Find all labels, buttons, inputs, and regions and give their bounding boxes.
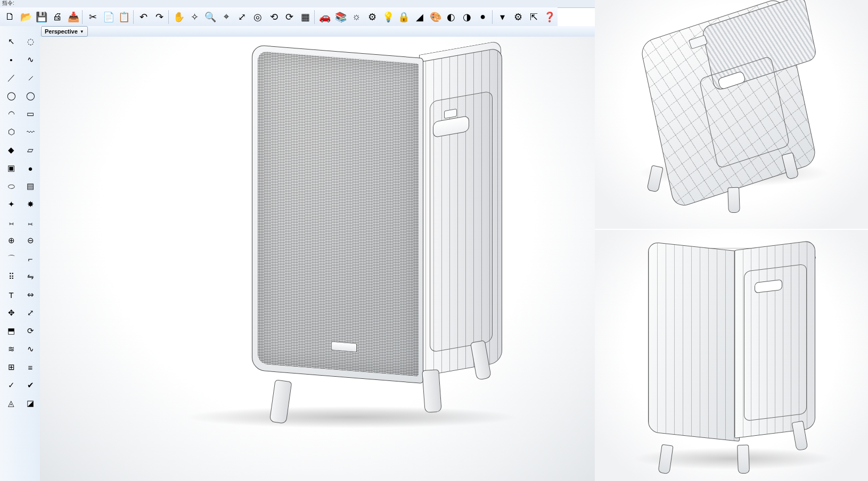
four-view-icon[interactable]: ▦ [298, 9, 314, 26]
light-icon[interactable]: 💡 [380, 9, 396, 26]
sun-icon[interactable]: ☼ [348, 9, 364, 26]
mesh-icon[interactable]: ◬ [3, 395, 19, 411]
cut-icon[interactable]: ✂ [85, 9, 101, 26]
lasso-sel-icon[interactable]: ◌ [22, 34, 38, 49]
toolbar-separator [314, 10, 316, 24]
boolean-union-icon[interactable]: ⊕ [3, 233, 19, 248]
lock-icon[interactable]: 🔒 [396, 9, 412, 26]
render-xray-icon[interactable]: ◑ [459, 9, 475, 26]
sphere-icon[interactable]: ● [22, 160, 38, 176]
gear-icon[interactable]: ⚙ [510, 9, 526, 26]
model-front-face [252, 45, 423, 384]
reference-column [595, 0, 868, 481]
move-icon[interactable]: ✥ [3, 305, 19, 321]
paste-icon[interactable]: 📋 [117, 9, 133, 26]
copy-icon[interactable]: 📄 [101, 9, 117, 26]
viewport-tab-perspective[interactable]: Perspective ▼ [41, 26, 88, 37]
model-main-view [221, 53, 498, 414]
options-icon[interactable]: ⚙ [364, 9, 380, 26]
explode-icon[interactable]: ✸ [22, 196, 38, 212]
surface-sweep-icon[interactable]: ▱ [22, 142, 38, 158]
check-icon[interactable]: ✔ [22, 377, 38, 393]
redo-view-icon[interactable]: ⟳ [282, 9, 298, 26]
extend-icon[interactable]: ⟖ [22, 214, 38, 230]
array-icon[interactable]: ⠿ [3, 269, 19, 285]
zoom-extents-icon[interactable]: ⤢ [234, 9, 250, 26]
toolbar-separator [82, 10, 84, 24]
zoom-dynamic-icon[interactable]: 🔍 [202, 9, 218, 26]
points-curve-icon[interactable]: ∿ [22, 52, 38, 68]
color-wheel-icon[interactable]: 🎨 [428, 9, 444, 26]
plane-icon[interactable]: ▤ [22, 178, 38, 194]
model-leg [422, 369, 442, 413]
polyline-icon[interactable]: ⟋ [22, 70, 38, 86]
toolbar-separator [168, 10, 170, 24]
main-toolbar: 🗋📂💾🖨📥✂📄📋↶↷✋✧🔍⌖⤢◎⟲⟳▦🚗📚☼⚙💡🔒◢🎨◐◑●▾⚙⇱❓ [0, 7, 558, 27]
curve-icon[interactable]: 〰 [22, 124, 38, 140]
new-file-icon[interactable]: 🗋 [2, 9, 18, 26]
viewport-header: Perspective ▼ [40, 26, 595, 37]
revolve-icon[interactable]: ⟳ [22, 323, 38, 339]
viewport-perspective[interactable] [40, 37, 595, 481]
circle3pt-icon[interactable]: ◯ [22, 88, 38, 104]
model-front-mesh [258, 51, 419, 377]
dim-icon[interactable]: ⇔ [22, 287, 38, 303]
model-leg [727, 187, 740, 213]
fillet-icon[interactable]: ⌒ [3, 251, 19, 267]
align-icon[interactable]: ≡ [22, 359, 38, 375]
reference-view-rear [595, 230, 868, 481]
graph-icon[interactable]: ⇱ [526, 9, 542, 26]
pointer-icon[interactable]: ↖ [3, 34, 19, 49]
loft-icon[interactable]: ≋ [3, 341, 19, 357]
help-icon[interactable]: ❓ [542, 9, 558, 26]
zoom-window-icon[interactable]: ⌖ [218, 9, 234, 26]
shell-icon[interactable]: ◪ [22, 395, 38, 411]
rectangle-icon[interactable]: ▭ [22, 106, 38, 122]
tool-sidebar: ↖◌·•∿／⟋◯◯◠▭⬡〰◆▱▣●⬭▤✦✸⟗⟖⊕⊖⌒⌐⠿⇋T⇔✥⤢⬒⟳≋∿⊞≡✓… [0, 26, 40, 481]
mirror-icon[interactable]: ⇋ [22, 269, 38, 285]
rotate-view-icon[interactable]: ✧ [187, 9, 203, 26]
text-icon[interactable]: T [3, 287, 19, 303]
undo-icon[interactable]: ↶ [136, 9, 152, 26]
model-leg [737, 445, 750, 474]
toolbar-separator [133, 10, 135, 24]
open-file-icon[interactable]: 📂 [18, 9, 34, 26]
reference-view-top [595, 0, 868, 230]
title-text: 指令: [2, 0, 14, 6]
sweep-icon[interactable]: ∿ [22, 341, 38, 357]
surface-patch-icon[interactable]: ◆ [3, 142, 19, 158]
puzzle-icon[interactable]: ✦ [3, 196, 19, 212]
arc-icon[interactable]: ◠ [3, 106, 19, 122]
chamfer-icon[interactable]: ⌐ [22, 251, 38, 267]
polygon-icon[interactable]: ⬡ [3, 124, 19, 140]
render-ghosted-icon[interactable]: ◐ [444, 9, 460, 26]
render-solid-icon[interactable]: ● [475, 9, 491, 26]
boolean-diff-icon[interactable]: ⊖ [22, 233, 38, 248]
render-shaded-icon[interactable]: ◢ [412, 9, 428, 26]
box-icon[interactable]: ▣ [3, 160, 19, 176]
zoom-selected-icon[interactable]: ◎ [250, 9, 266, 26]
viewport-tab-label: Perspective [45, 28, 78, 35]
cylinder-icon[interactable]: ⬭ [3, 178, 19, 194]
line-icon[interactable]: ／ [3, 70, 19, 86]
car-icon[interactable]: 🚗 [317, 9, 333, 26]
extrude-icon[interactable]: ⬒ [3, 323, 19, 339]
layers-icon[interactable]: 📚 [333, 9, 349, 26]
print-icon[interactable]: 🖨 [50, 9, 65, 26]
flag-icon[interactable]: ▾ [494, 9, 510, 26]
trim-icon[interactable]: ⟗ [3, 214, 19, 230]
import-icon[interactable]: 📥 [65, 9, 81, 26]
circle-icon[interactable]: ◯ [3, 88, 19, 104]
pan-icon[interactable]: ✋ [171, 9, 187, 26]
chevron-down-icon[interactable]: ▼ [80, 29, 84, 34]
save-file-icon[interactable]: 💾 [34, 9, 50, 26]
undo-view-icon[interactable]: ⟲ [266, 9, 282, 26]
scale-icon[interactable]: ⤢ [22, 305, 38, 321]
grid-icon[interactable]: ⊞ [3, 359, 19, 375]
model-rear-face [648, 242, 740, 442]
redo-icon[interactable]: ↷ [152, 9, 168, 26]
toolbar-separator [492, 10, 494, 24]
analyze-icon[interactable]: ✓ [3, 377, 19, 393]
point-icon[interactable]: • [3, 52, 19, 68]
